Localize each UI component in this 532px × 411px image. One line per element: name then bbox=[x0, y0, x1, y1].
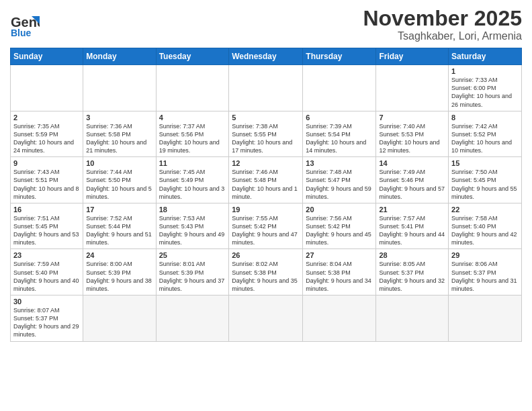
calendar-cell: 6Sunrise: 7:39 AM Sunset: 5:54 PM Daylig… bbox=[303, 111, 376, 157]
weekday-header-row: SundayMondayTuesdayWednesdayThursdayFrid… bbox=[11, 48, 522, 65]
location-title: Tsaghkaber, Lori, Armenia bbox=[363, 30, 522, 42]
day-info: Sunrise: 8:04 AM Sunset: 5:38 PM Dayligh… bbox=[306, 260, 373, 293]
calendar-cell: 14Sunrise: 7:49 AM Sunset: 5:46 PM Dayli… bbox=[376, 157, 449, 203]
day-number: 6 bbox=[306, 113, 373, 122]
weekday-header-friday: Friday bbox=[376, 48, 449, 65]
calendar-cell: 28Sunrise: 8:05 AM Sunset: 5:37 PM Dayli… bbox=[376, 249, 449, 295]
day-info: Sunrise: 7:36 AM Sunset: 5:58 PM Dayligh… bbox=[86, 122, 152, 155]
calendar-cell: 7Sunrise: 7:40 AM Sunset: 5:53 PM Daylig… bbox=[376, 111, 449, 157]
day-number: 1 bbox=[451, 67, 519, 75]
day-number: 15 bbox=[451, 159, 519, 167]
weekday-header-saturday: Saturday bbox=[449, 48, 522, 65]
day-info: Sunrise: 7:50 AM Sunset: 5:45 PM Dayligh… bbox=[451, 168, 519, 201]
day-info: Sunrise: 7:49 AM Sunset: 5:46 PM Dayligh… bbox=[379, 168, 445, 201]
day-info: Sunrise: 7:51 AM Sunset: 5:45 PM Dayligh… bbox=[13, 214, 80, 247]
logo: General Blue bbox=[10, 9, 40, 39]
day-number: 18 bbox=[159, 205, 226, 214]
day-info: Sunrise: 7:46 AM Sunset: 5:48 PM Dayligh… bbox=[232, 168, 300, 201]
calendar-cell: 12Sunrise: 7:46 AM Sunset: 5:48 PM Dayli… bbox=[229, 157, 303, 203]
calendar-week-row: 16Sunrise: 7:51 AM Sunset: 5:45 PM Dayli… bbox=[11, 203, 522, 249]
day-number: 24 bbox=[86, 251, 152, 259]
day-number: 4 bbox=[159, 113, 226, 122]
day-info: Sunrise: 7:43 AM Sunset: 5:51 PM Dayligh… bbox=[13, 168, 80, 201]
day-info: Sunrise: 7:56 AM Sunset: 5:42 PM Dayligh… bbox=[306, 214, 373, 247]
calendar-cell bbox=[449, 295, 522, 342]
calendar-cell: 3Sunrise: 7:36 AM Sunset: 5:58 PM Daylig… bbox=[83, 111, 156, 157]
calendar-week-row: 23Sunrise: 7:59 AM Sunset: 5:40 PM Dayli… bbox=[11, 249, 522, 295]
calendar-cell: 29Sunrise: 8:06 AM Sunset: 5:37 PM Dayli… bbox=[449, 249, 522, 295]
day-number: 8 bbox=[451, 113, 519, 122]
calendar-cell bbox=[83, 65, 156, 111]
day-info: Sunrise: 7:53 AM Sunset: 5:43 PM Dayligh… bbox=[159, 214, 226, 247]
day-info: Sunrise: 7:55 AM Sunset: 5:42 PM Dayligh… bbox=[232, 214, 300, 247]
calendar-cell: 2Sunrise: 7:35 AM Sunset: 5:59 PM Daylig… bbox=[11, 111, 83, 157]
calendar-cell: 18Sunrise: 7:53 AM Sunset: 5:43 PM Dayli… bbox=[156, 203, 229, 249]
day-number: 28 bbox=[379, 251, 445, 259]
day-info: Sunrise: 8:05 AM Sunset: 5:37 PM Dayligh… bbox=[379, 260, 445, 293]
day-number: 27 bbox=[306, 251, 373, 259]
day-number: 23 bbox=[13, 251, 80, 259]
calendar-cell: 10Sunrise: 7:44 AM Sunset: 5:50 PM Dayli… bbox=[83, 157, 156, 203]
day-info: Sunrise: 8:00 AM Sunset: 5:39 PM Dayligh… bbox=[86, 260, 152, 293]
calendar-week-row: 9Sunrise: 7:43 AM Sunset: 5:51 PM Daylig… bbox=[11, 157, 522, 203]
calendar-cell bbox=[11, 65, 83, 111]
day-info: Sunrise: 7:58 AM Sunset: 5:40 PM Dayligh… bbox=[451, 214, 519, 247]
day-info: Sunrise: 7:35 AM Sunset: 5:59 PM Dayligh… bbox=[13, 122, 80, 155]
day-info: Sunrise: 7:33 AM Sunset: 6:00 PM Dayligh… bbox=[451, 76, 519, 109]
day-number: 14 bbox=[379, 159, 445, 167]
header: General Blue November 2025 Tsaghkaber, L… bbox=[10, 7, 522, 42]
day-number: 17 bbox=[86, 205, 152, 214]
day-number: 21 bbox=[379, 205, 445, 214]
calendar-cell: 22Sunrise: 7:58 AM Sunset: 5:40 PM Dayli… bbox=[449, 203, 522, 249]
calendar-cell: 1Sunrise: 7:33 AM Sunset: 6:00 PM Daylig… bbox=[449, 65, 522, 111]
day-number: 10 bbox=[86, 159, 152, 167]
calendar-cell bbox=[303, 65, 376, 111]
logo-icon: General Blue bbox=[10, 9, 40, 39]
calendar-week-row: 1Sunrise: 7:33 AM Sunset: 6:00 PM Daylig… bbox=[11, 65, 522, 111]
month-title: November 2025 bbox=[363, 7, 522, 30]
calendar-cell: 23Sunrise: 7:59 AM Sunset: 5:40 PM Dayli… bbox=[11, 249, 83, 295]
day-info: Sunrise: 7:44 AM Sunset: 5:50 PM Dayligh… bbox=[86, 168, 152, 201]
day-number: 13 bbox=[306, 159, 373, 167]
calendar-cell bbox=[83, 295, 156, 342]
calendar-cell: 19Sunrise: 7:55 AM Sunset: 5:42 PM Dayli… bbox=[229, 203, 303, 249]
day-number: 11 bbox=[159, 159, 226, 167]
day-info: Sunrise: 7:57 AM Sunset: 5:41 PM Dayligh… bbox=[379, 214, 445, 247]
day-info: Sunrise: 7:42 AM Sunset: 5:52 PM Dayligh… bbox=[451, 122, 519, 155]
day-info: Sunrise: 7:45 AM Sunset: 5:49 PM Dayligh… bbox=[159, 168, 226, 201]
day-number: 26 bbox=[232, 251, 300, 259]
calendar-cell: 11Sunrise: 7:45 AM Sunset: 5:49 PM Dayli… bbox=[156, 157, 229, 203]
day-number: 7 bbox=[379, 113, 445, 122]
svg-text:Blue: Blue bbox=[11, 28, 32, 38]
weekday-header-thursday: Thursday bbox=[303, 48, 376, 65]
day-number: 16 bbox=[13, 205, 80, 214]
day-number: 19 bbox=[232, 205, 300, 214]
day-number: 20 bbox=[306, 205, 373, 214]
calendar-cell: 20Sunrise: 7:56 AM Sunset: 5:42 PM Dayli… bbox=[303, 203, 376, 249]
calendar-cell bbox=[156, 65, 229, 111]
title-area: November 2025 Tsaghkaber, Lori, Armenia bbox=[363, 7, 522, 42]
calendar-cell: 4Sunrise: 7:37 AM Sunset: 5:56 PM Daylig… bbox=[156, 111, 229, 157]
calendar-cell: 26Sunrise: 8:02 AM Sunset: 5:38 PM Dayli… bbox=[229, 249, 303, 295]
day-info: Sunrise: 7:52 AM Sunset: 5:44 PM Dayligh… bbox=[86, 214, 152, 247]
calendar-cell: 13Sunrise: 7:48 AM Sunset: 5:47 PM Dayli… bbox=[303, 157, 376, 203]
weekday-header-wednesday: Wednesday bbox=[229, 48, 303, 65]
calendar-cell: 8Sunrise: 7:42 AM Sunset: 5:52 PM Daylig… bbox=[449, 111, 522, 157]
calendar-cell bbox=[303, 295, 376, 342]
calendar-cell: 5Sunrise: 7:38 AM Sunset: 5:55 PM Daylig… bbox=[229, 111, 303, 157]
calendar-cell: 30Sunrise: 8:07 AM Sunset: 5:37 PM Dayli… bbox=[11, 295, 83, 342]
day-number: 3 bbox=[86, 113, 152, 122]
day-number: 2 bbox=[13, 113, 80, 122]
weekday-header-sunday: Sunday bbox=[11, 48, 83, 65]
day-info: Sunrise: 7:40 AM Sunset: 5:53 PM Dayligh… bbox=[379, 122, 445, 155]
day-number: 5 bbox=[232, 113, 300, 122]
calendar-cell: 17Sunrise: 7:52 AM Sunset: 5:44 PM Dayli… bbox=[83, 203, 156, 249]
day-number: 22 bbox=[451, 205, 519, 214]
day-info: Sunrise: 8:02 AM Sunset: 5:38 PM Dayligh… bbox=[232, 260, 300, 293]
day-info: Sunrise: 7:59 AM Sunset: 5:40 PM Dayligh… bbox=[13, 260, 80, 293]
day-number: 25 bbox=[159, 251, 226, 259]
day-info: Sunrise: 7:48 AM Sunset: 5:47 PM Dayligh… bbox=[306, 168, 373, 201]
day-info: Sunrise: 8:06 AM Sunset: 5:37 PM Dayligh… bbox=[451, 260, 519, 293]
day-number: 30 bbox=[13, 298, 80, 306]
calendar-cell: 15Sunrise: 7:50 AM Sunset: 5:45 PM Dayli… bbox=[449, 157, 522, 203]
